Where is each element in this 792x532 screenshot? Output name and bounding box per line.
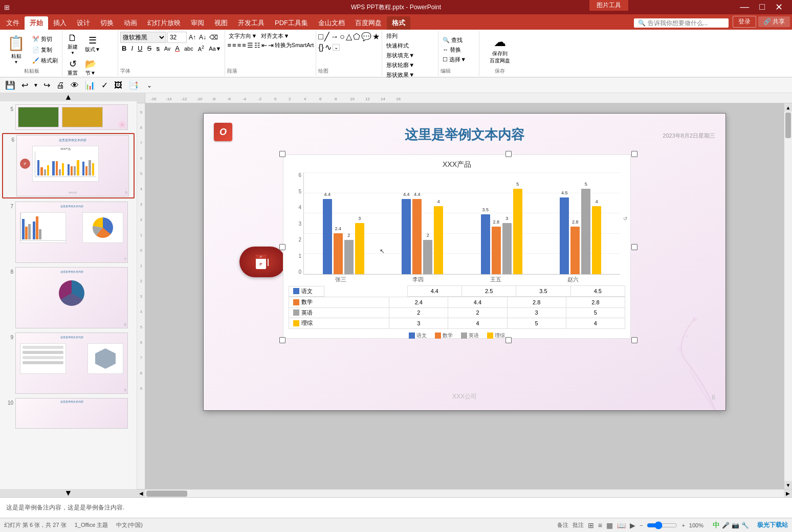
reset-button[interactable]: ↺重置 <box>64 57 81 78</box>
vertical-scrollbar[interactable]: ▲ ▼ <box>784 103 792 489</box>
redo-button[interactable]: ↪ <box>41 79 52 91</box>
arrange-button[interactable]: 排列 <box>384 32 416 40</box>
char-spacing-button[interactable]: Av <box>163 45 172 52</box>
layout-button[interactable]: ☰版式▼ <box>82 34 103 54</box>
shape-outline-button[interactable]: 形状轮廓▼ <box>384 61 416 70</box>
zoom-out-btn[interactable]: − <box>640 522 643 528</box>
section2-button[interactable]: 📑 <box>126 79 141 91</box>
format-painter-button[interactable]: 🖌️ 格式刷 <box>30 56 60 65</box>
new-slide-button[interactable]: 🗋新建▼ <box>64 32 81 56</box>
clear-format-button[interactable]: ⌫ <box>208 34 219 41</box>
tools-icon[interactable]: 🔧 <box>741 522 749 529</box>
subscript-button[interactable]: abc <box>183 45 195 52</box>
decrease-font-button[interactable]: A↓ <box>198 34 207 41</box>
reading-view-btn[interactable]: 📖 <box>617 521 626 529</box>
replace-button[interactable]: ↔ 替换 <box>441 46 468 54</box>
tab-transitions[interactable]: 切换 <box>95 16 119 30</box>
text-direction-button[interactable]: 文字方向▼ <box>227 32 258 40</box>
bullet-list-button[interactable]: ☰ <box>247 41 253 49</box>
present-button[interactable]: 📊 <box>83 79 97 91</box>
image-button[interactable]: 🖼 <box>112 80 124 91</box>
comments-btn[interactable]: 批注 <box>573 521 584 529</box>
slide-item-7[interactable]: ★ 7 这里是举例文本内容 <box>2 201 135 264</box>
shape-circle[interactable]: ○ <box>340 32 345 41</box>
tab-view[interactable]: 视图 <box>209 16 233 30</box>
scroll-up-btn[interactable]: ▲ <box>784 103 792 112</box>
tab-design[interactable]: 设计 <box>72 16 95 30</box>
undo-dropdown-button[interactable]: ▼ <box>32 82 39 88</box>
slide-panel-scroll-up[interactable]: ▲ <box>0 93 137 101</box>
handle-br[interactable] <box>631 337 637 343</box>
find-button[interactable]: 🔍 查找 <box>441 36 468 45</box>
search-input[interactable] <box>648 19 724 27</box>
cut-button[interactable]: ✂️ 剪切 <box>30 34 60 44</box>
input-method-icon[interactable]: 中 <box>713 521 720 530</box>
zoom-slider[interactable] <box>647 521 677 529</box>
align-text-button[interactable]: 对齐文本▼ <box>259 32 291 40</box>
shape-more[interactable]: ⌄ <box>333 44 340 51</box>
scroll-thumb-h[interactable] <box>146 491 187 497</box>
slide-item-5[interactable]: 5 🌸 <box>2 103 135 131</box>
strikethrough-button[interactable]: S <box>145 44 153 53</box>
handle-ml[interactable] <box>279 244 285 250</box>
tab-insert[interactable]: 插入 <box>48 16 72 30</box>
tab-review[interactable]: 审阅 <box>186 16 209 30</box>
italic-button[interactable]: I <box>129 44 135 53</box>
handle-tc[interactable] <box>505 151 512 157</box>
tab-jinshan[interactable]: 金山文档 <box>313 16 350 30</box>
scroll-left-btn[interactable]: ◀ <box>137 490 145 498</box>
save-quick-button[interactable]: 💾 <box>3 79 17 91</box>
smartart-button[interactable]: 转换为SmartArt <box>275 41 314 49</box>
mic-icon[interactable]: 🎤 <box>722 522 730 529</box>
increase-font-button[interactable]: A↑ <box>188 34 197 41</box>
justify-button[interactable]: ≡ <box>242 41 246 49</box>
shape-rect[interactable]: □ <box>318 32 323 41</box>
shape-star[interactable]: ★ <box>372 32 380 41</box>
shape-arrow[interactable]: → <box>331 32 339 41</box>
undo-button[interactable]: ↩ <box>19 79 30 91</box>
tab-file[interactable]: 文件 <box>1 16 25 30</box>
increase-indent-button[interactable]: ⇥ <box>268 41 274 49</box>
save-baidu-button[interactable]: ☁ 保存到 百度网盘 <box>486 32 514 68</box>
handle-bl[interactable] <box>279 337 285 343</box>
scroll-down-btn[interactable]: ▼ <box>784 481 792 489</box>
scroll-right-btn[interactable]: ▶ <box>784 490 792 498</box>
tab-slideshow[interactable]: 幻灯片放映 <box>142 16 186 30</box>
tab-format[interactable]: 格式 <box>387 16 410 30</box>
decrease-indent-button[interactable]: ⇤ <box>261 41 267 49</box>
check-button[interactable]: ✓ <box>99 79 110 91</box>
slide-canvas[interactable]: O 这里是举例文本内容 2023年8月2日星期三 P <box>204 114 725 410</box>
align-left-button[interactable]: ≡ <box>227 41 231 49</box>
section-button[interactable]: 📂节▼ <box>82 57 99 78</box>
handle-tl[interactable] <box>279 151 285 157</box>
tab-developer[interactable]: 开发工具 <box>233 16 270 30</box>
copy-button[interactable]: 📄 复制 <box>30 45 60 55</box>
shape-brace[interactable]: {} <box>318 43 324 52</box>
slidesorter-view-btn[interactable]: ▦ <box>606 521 613 529</box>
font-name-select[interactable]: 微软雅黑 <box>120 32 166 43</box>
slide-panel-scroll-down[interactable]: ▼ <box>0 489 137 497</box>
shape-callout[interactable]: 💬 <box>361 32 371 41</box>
slide-item-8[interactable]: ★ 8 这里是举例文本内容 8 <box>2 266 135 329</box>
numbered-list-button[interactable]: ☷ <box>254 41 260 49</box>
font-color-button[interactable]: A <box>173 44 181 53</box>
bold-button[interactable]: B <box>120 44 128 53</box>
outline-view-btn[interactable]: ≡ <box>598 521 602 529</box>
zoom-in-btn[interactable]: + <box>681 522 685 528</box>
login-button[interactable]: 登录 <box>733 16 756 28</box>
rotation-handle[interactable]: ↺ <box>623 216 627 221</box>
handle-tr[interactable] <box>631 151 637 157</box>
handle-mr[interactable] <box>631 244 637 250</box>
minimize-button[interactable]: — <box>735 2 754 13</box>
scroll-thumb-v[interactable] <box>785 113 791 138</box>
normal-view-btn[interactable]: ⊞ <box>588 521 594 529</box>
tab-animations[interactable]: 动画 <box>119 16 142 30</box>
align-center-button[interactable]: ≡ <box>232 41 236 49</box>
maximize-button[interactable]: □ <box>754 2 770 13</box>
notes-btn[interactable]: 备注 <box>557 521 568 529</box>
handle-bc[interactable] <box>505 337 512 343</box>
superscript-button[interactable]: A2 <box>196 44 206 53</box>
change-case-button[interactable]: Aa▼ <box>207 45 223 52</box>
shape-curve[interactable]: ∿ <box>325 42 332 52</box>
paste-button[interactable]: 📋 粘贴 ▼ <box>3 32 29 68</box>
